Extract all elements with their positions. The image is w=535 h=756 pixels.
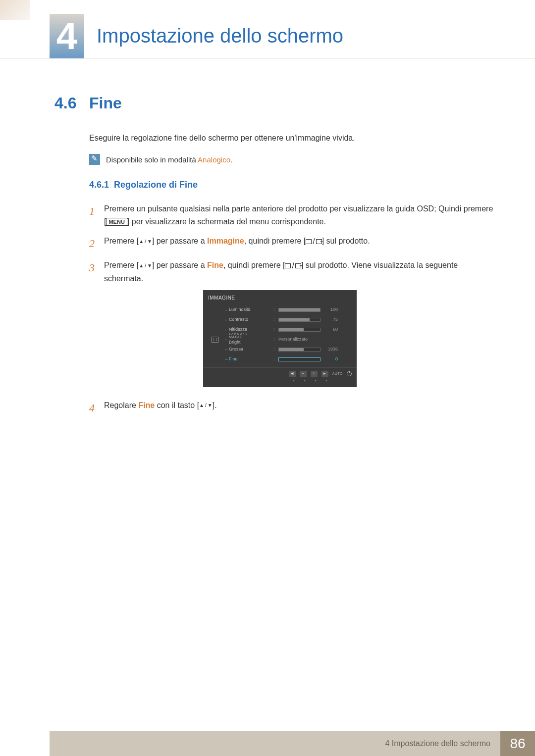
note-prefix: Disponibile solo in modalità xyxy=(106,155,198,164)
step-1: 1 Premere un pulsante qualsiasi nella pa… xyxy=(89,202,495,228)
section-number: 4.6 xyxy=(54,94,84,112)
chapter-number: 4 xyxy=(56,17,77,55)
step-number: 4 xyxy=(89,399,104,416)
note-suffix: . xyxy=(230,155,232,164)
step-number: 2 xyxy=(89,235,104,252)
step-text: Premere [ xyxy=(104,261,139,269)
osd-value: 1936 xyxy=(321,346,338,353)
step-highlight: Fine xyxy=(207,261,223,269)
up-down-icon: ▲/▼ xyxy=(139,262,152,270)
osd-bar xyxy=(278,328,321,332)
osd-colon: : xyxy=(273,346,278,353)
note-icon xyxy=(89,154,100,165)
down-triangle-icon: ▼ xyxy=(301,378,308,383)
step-4: 4 Regolare Fine con il tasto [▲/▼]. xyxy=(89,399,495,416)
osd-text-value: Personalizzato xyxy=(278,336,308,343)
step-text: , quindi premere [ xyxy=(223,261,285,269)
enter-icon: / xyxy=(306,235,321,248)
step-text: ]. xyxy=(213,401,217,409)
menu-key-icon: MENU xyxy=(106,218,127,226)
content-area: 4.6 Fine Eseguire la regolazione fine de… xyxy=(54,94,495,423)
osd-play-icon: ▸ xyxy=(321,371,328,377)
section-heading: 4.6 Fine xyxy=(54,94,495,112)
osd-label: Grossa xyxy=(229,346,273,353)
step-text: ] per passare a xyxy=(152,261,207,269)
page-footer: 4 Impostazione dello schermo 86 xyxy=(0,731,535,756)
footer-text: 4 Impostazione dello schermo xyxy=(50,731,500,756)
step-text: , quindi premere [ xyxy=(244,237,306,245)
up-down-icon: ▲/▼ xyxy=(139,238,152,246)
step-number: 1 xyxy=(89,202,104,220)
osd-row: Luminosità:100 xyxy=(203,305,357,315)
chapter-header: 4 Impostazione dello schermo xyxy=(0,14,535,58)
step-text: ] per passare a xyxy=(152,237,207,245)
down-triangle-icon: ▼ xyxy=(312,378,319,383)
osd-value: 0 xyxy=(321,355,338,362)
osd-bar xyxy=(278,357,321,361)
osd-auto-label: AUTO xyxy=(332,371,343,377)
chapter-number-box: 4 xyxy=(50,14,84,58)
osd-value: 100 xyxy=(321,306,338,313)
osd-row: Contrasto:75 xyxy=(203,315,357,325)
osd-colon: : xyxy=(273,355,278,362)
down-triangle-icon: ▼ xyxy=(323,378,330,383)
step-body: Premere [▲/▼] per passare a Fine, quindi… xyxy=(104,259,495,392)
step-highlight: Immagine xyxy=(207,237,244,245)
osd-minus-icon: − xyxy=(300,371,307,377)
osd-label: SAMSUNGMAGIC Bright xyxy=(229,333,273,346)
step-3: 3 Premere [▲/▼] per passare a Fine, quin… xyxy=(89,259,495,392)
osd-bar xyxy=(278,308,321,312)
section-title: Fine xyxy=(89,94,122,112)
step-number: 3 xyxy=(89,259,104,276)
step-text: con il tasto [ xyxy=(155,401,199,409)
page-number: 86 xyxy=(500,731,535,756)
osd-label: Contrasto xyxy=(229,316,273,323)
osd-colon: : xyxy=(273,336,278,343)
osd-colon: : xyxy=(273,316,278,323)
osd-icon-col xyxy=(208,337,222,343)
osd-colon: : xyxy=(273,306,278,313)
osd-panel: IMMAGINE Luminosità:100Contrasto:75Nitid… xyxy=(203,290,357,387)
step-2: 2 Premere [▲/▼] per passare a Immagine, … xyxy=(89,235,495,252)
osd-plus-icon: + xyxy=(311,371,318,377)
steps-list: 1 Premere un pulsante qualsiasi nella pa… xyxy=(89,202,495,416)
osd-label: Luminosità xyxy=(229,306,273,313)
intro-text: Eseguire la regolazione fine dello scher… xyxy=(89,132,495,144)
osd-title: IMMAGINE xyxy=(203,294,357,305)
osd-row: Grossa:1936 xyxy=(203,345,357,354)
subsection-title: Regolazione di Fine xyxy=(114,180,198,190)
picture-icon xyxy=(211,337,219,343)
osd-row: SAMSUNGMAGIC Bright:Personalizzato xyxy=(203,335,357,345)
step-body: Premere un pulsante qualsiasi nella part… xyxy=(104,202,495,228)
step-body: Premere [▲/▼] per passare a Immagine, qu… xyxy=(104,235,495,248)
step-highlight: Fine xyxy=(138,401,155,409)
down-triangle-icon: ▼ xyxy=(290,378,297,383)
step-text: ] sul prodotto. xyxy=(322,237,370,245)
osd-value: 60 xyxy=(321,326,338,333)
osd-bar xyxy=(278,318,321,322)
step-body: Regolare Fine con il tasto [▲/▼]. xyxy=(104,399,495,412)
note-text: Disponibile solo in modalità Analogico. xyxy=(106,155,232,164)
subsection-number: 4.6.1 xyxy=(89,180,114,190)
note-row: Disponibile solo in modalità Analogico. xyxy=(89,154,495,165)
osd-row: Nitidezza:60 xyxy=(203,325,357,335)
osd-footer-arrows: ▼ ▼ ▼ ▼ ▼ ▼ xyxy=(203,378,357,385)
enter-icon: / xyxy=(285,259,301,272)
osd-value: 75 xyxy=(321,316,338,323)
chapter-title: Impostazione dello schermo xyxy=(97,25,343,47)
osd-row: Fine:0 xyxy=(203,354,357,364)
step-text: Regolare xyxy=(104,401,138,409)
note-highlight: Analogico xyxy=(198,155,230,164)
osd-bar xyxy=(278,348,321,352)
subsection-heading: 4.6.1 Regolazione di Fine xyxy=(89,180,495,190)
osd-colon: : xyxy=(273,326,278,333)
osd-back-icon: ◄ xyxy=(289,371,296,377)
up-down-icon: ▲/▼ xyxy=(199,402,213,409)
osd-footer: ◄ − + ▸ AUTO xyxy=(203,367,357,378)
osd-power-icon xyxy=(347,371,352,376)
step-text: ] per visualizzare la schermata del menu… xyxy=(127,217,326,226)
step-text: Premere [ xyxy=(104,237,139,245)
osd-label: Fine xyxy=(229,355,273,362)
